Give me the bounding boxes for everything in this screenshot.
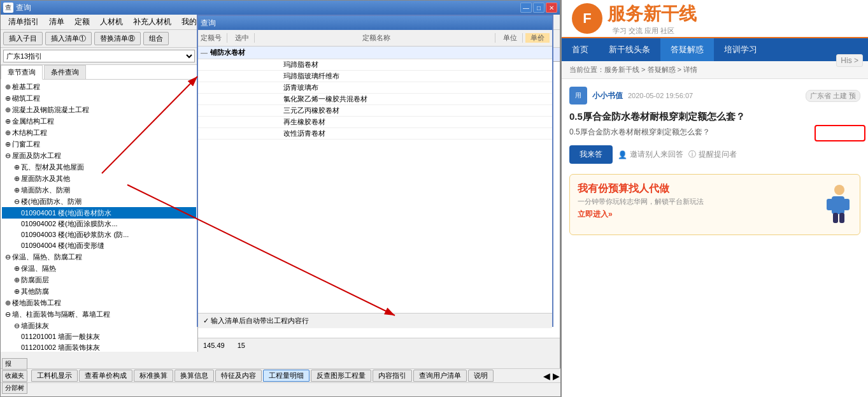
bottom-tab-4[interactable]: 特征及内容 [215,370,262,382]
tree-area[interactable]: ⊕桩基工程 ⊕砌筑工程 ⊕混凝土及钢筋混凝土工程 ⊕金属结构工程 ⊕木结构工程 … [1,80,197,352]
row6-check [252,129,283,138]
bottom-tab-1[interactable]: 查看单价构成 [79,370,132,382]
ad-link[interactable]: 立即进入» [578,209,704,220]
tree-node-011201001[interactable]: 011201001 墙面一般抹灰 [2,331,196,342]
tree-node-masonry[interactable]: ⊕砌筑工程 [2,92,196,104]
province-select[interactable]: 广东13指引 [3,50,195,62]
answer-button[interactable]: 我来答 [569,145,613,164]
dialog-row-5[interactable]: 再生橡胶卷材 [198,117,552,128]
row0-check [252,60,283,69]
info-icon: ⓘ [688,149,696,160]
bottom-tab-2[interactable]: 标准换算 [134,370,173,382]
tree-node-010904001[interactable]: 010904001 楼(地)面卷材防水 [2,207,196,219]
tree-node-wood[interactable]: ⊕木结构工程 [2,127,196,138]
title-bar: 查 查询 — □ ✕ [1,1,560,15]
website-logo-text: 服务新干线 [608,2,697,26]
tree-node-floor-water[interactable]: ⊖楼(地)面防水、防潮 [2,196,196,207]
bottom-tab-0[interactable]: 工料机显示 [31,370,78,382]
invite-button[interactable]: 👤 邀请别人来回答 [618,149,683,160]
dialog-content: — 铺防水卷材 玛蹄脂卷材 玛蹄脂玻璃纤维布 沥青玻璃布 [198,47,552,313]
menu-dinge[interactable]: 定额 [69,15,95,29]
side-tab-favorites[interactable]: 收藏夹 [2,370,27,382]
tree-node-metal[interactable]: ⊕金属结构工程 [2,115,196,127]
tree-node-wall-decor[interactable]: ⊖墙、柱面装饰与隔断、幕墙工程 [2,308,196,320]
replace-qingdan-button[interactable]: 替换清单⑧ [94,32,141,45]
insert-child-button[interactable]: 插入子目 [3,32,43,45]
website-slogan: 学习 交流 应用 社区 [613,26,697,36]
row3-unit [480,94,511,104]
location-text: 广东省 土建 预 [810,92,856,99]
dialog-row-6[interactable]: 改性沥青卷材 [198,128,552,140]
logo-icon: F [572,3,602,34]
tree-node-door[interactable]: ⊕门窗工程 [2,138,196,150]
tree-node-plaster[interactable]: ⊖墙面抹灰 [2,320,196,331]
tab-chapter[interactable]: 章节查询 [1,65,43,80]
dialog-row-4[interactable]: 三元乙丙橡胶卷材 [198,105,552,117]
bottom-tab-3[interactable]: 换算信息 [174,370,214,382]
tree-node-pile[interactable]: ⊕桩基工程 [2,81,196,92]
tree-node-roof[interactable]: ⊖屋面及防水工程 [2,150,196,161]
tree-node-other-anticorr[interactable]: ⊕其他防腐 [2,285,196,297]
bottom-tab-8[interactable]: 查询用户清单 [413,370,467,382]
ad-title-prefix: 我有份预算 [578,183,629,194]
insert-qingdan-button[interactable]: 插入清单① [45,32,92,45]
left-panel: 广东13指引 章节查询 条件查询 ⊕桩基工程 ⊕砌筑工程 ⊕混凝土及钢筋混凝土工… [1,48,198,352]
tree-node-wall-water[interactable]: ⊕墙面防水、防潮 [2,184,196,196]
tree-node-010904003[interactable]: 010904003 楼(地)面砂浆防水 (防... [2,229,196,240]
side-tab-tree[interactable]: 分部树 [2,382,27,394]
minimize-button[interactable]: — [520,3,532,13]
dialog-row-0[interactable]: 玛蹄脂卷材 [198,59,552,71]
user-name: 小小书值 [592,90,623,101]
slogan-line1: 学习 交流 应用 社区 [613,26,697,36]
bottom-tab-7[interactable]: 内容指引 [373,370,412,382]
dialog-row-1[interactable]: 玛蹄脂玻璃纤维布 [198,71,552,82]
tree-node-concrete[interactable]: ⊕混凝土及钢筋混凝土工程 [2,104,196,115]
footer-text: ✓ 输入清单后自动带出工程内容行 [203,316,309,326]
prev-arrow[interactable]: ◀ [543,371,550,381]
tree-node-anticorr[interactable]: ⊕防腐面层 [2,274,196,285]
dialog-row-2[interactable]: 沥青玻璃布 [198,82,552,94]
row4-check [252,106,283,115]
close-button[interactable]: ✕ [546,3,557,13]
row2-unit [480,83,511,92]
nav-home[interactable]: 首页 [562,38,599,61]
bottom-tabs: 报 收藏夹 分部树 工料机显示 查看单价构成 标准换算 换算信息 特征及内容 工… [1,368,561,396]
nav-training[interactable]: 培训学习 [714,38,767,61]
nav-headlines[interactable]: 新干线头条 [599,38,660,61]
logo-text-area: 服务新干线 学习 交流 应用 社区 [608,2,697,36]
tree-node-011201002[interactable]: 011201002 墙面装饰抹灰 [2,342,196,352]
dialog-row-3[interactable]: 氯化聚乙烯一橡胶共混卷材 [198,94,552,105]
action-row: 我来答 👤 邀请别人来回答 ⓘ 提醒提问者 [569,145,860,164]
menu-renji[interactable]: 人材机 [95,15,128,29]
remind-button[interactable]: ⓘ 提醒提问者 [688,149,737,160]
col-xuanzhong: 选中 [230,33,255,43]
ad-box: 我有份预算找人代做 一分钟带你玩转志华网，解锁平台新玩法 立即进入» [569,174,860,235]
bottom-tab-9[interactable]: 说明 [468,370,494,382]
tree-node-floor-decor[interactable]: ⊕楼地面装饰工程 [2,297,196,308]
bottom-tab-5[interactable]: 工程量明细 [263,370,309,382]
svg-rect-6 [827,199,833,210]
row1-unit [480,71,511,81]
tree-node-010904002[interactable]: 010904002 楼(地)面涂膜防水... [2,219,196,229]
nav-qa[interactable]: 答疑解惑 [660,38,714,61]
combine-button[interactable]: 组合 [143,32,169,45]
bottom-tab-6[interactable]: 反查图形工程量 [311,370,371,382]
maximize-button[interactable]: □ [533,3,544,13]
menu-qingdan[interactable]: 清单 [44,15,69,29]
row2-name: 沥青玻璃布 [283,83,480,92]
ad-subtitle: 一分钟带你玩转志华网，解锁平台新玩法 [578,197,704,206]
menu-qingdan-zhiyin[interactable]: 清单指引 [3,15,44,29]
next-arrow[interactable]: ▶ [553,371,560,381]
row1-price [511,71,550,81]
his-label[interactable]: His > [836,54,863,67]
tab-condition[interactable]: 条件查询 [44,65,86,79]
tree-node-insulation-sub[interactable]: ⊕保温、隔热 [2,263,196,274]
menu-buchu-renji[interactable]: 补充人材机 [128,15,176,29]
tree-node-insulation[interactable]: ⊖保温、隔热、防腐工程 [2,251,196,263]
query-dialog: 查询 定额号 选中 定额名称 单位 单价 — 铺防水卷材 玛蹄脂卷材 [197,15,553,327]
tree-node-tile[interactable]: ⊕瓦、型材及其他屋面 [2,161,196,173]
question-title: 0.5厚合金防水卷材耐根穿刺定额怎么套？ [569,110,860,123]
side-tab-report[interactable]: 报 [2,358,27,370]
tree-node-010904004[interactable]: 010904004 楼(地)面变形缝 [2,240,196,251]
tree-node-roof-water[interactable]: ⊕屋面防水及其他 [2,173,196,184]
